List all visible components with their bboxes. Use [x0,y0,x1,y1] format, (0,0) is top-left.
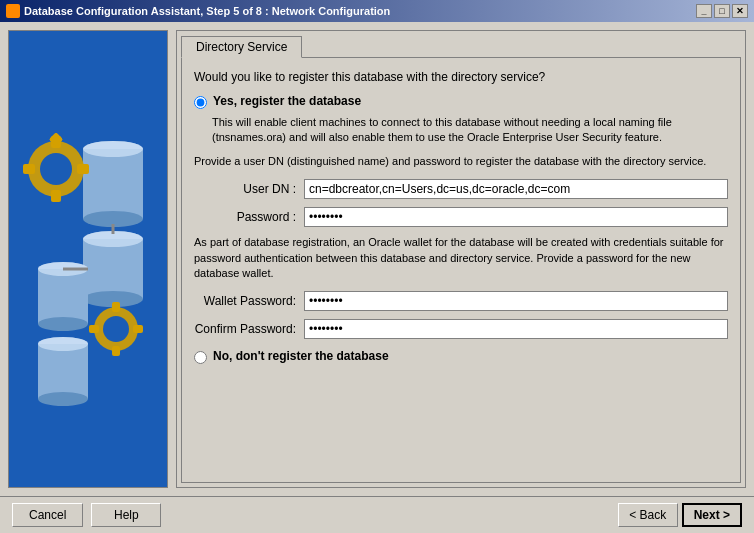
title-bar-left: Database Configuration Assistant, Step 5… [6,4,390,18]
svg-rect-29 [89,325,99,333]
bottom-bar: Cancel Help < Back Next > [0,496,754,533]
svg-point-15 [38,392,88,406]
left-panel [8,30,168,488]
svg-rect-21 [23,164,35,174]
user-dn-label: User DN : [194,182,304,196]
svg-rect-10 [38,269,88,324]
no-register-label[interactable]: No, don't register the database [213,349,389,363]
yes-register-option: Yes, register the database [194,94,728,109]
svg-point-26 [103,316,129,342]
password-input[interactable] [304,207,728,227]
user-dn-row: User DN : [194,179,728,199]
svg-rect-30 [133,325,143,333]
title-bar-text: Database Configuration Assistant, Step 5… [24,5,390,17]
yes-register-radio[interactable] [194,96,207,109]
next-button[interactable]: Next > [682,503,742,527]
tab-directory-service[interactable]: Directory Service [181,36,302,58]
content-area: Directory Service Would you like to regi… [0,22,754,496]
close-button[interactable]: ✕ [732,4,748,18]
tab-bar: Directory Service [177,31,745,57]
description-text-2: Provide a user DN (distinguished name) a… [194,154,728,169]
user-dn-input[interactable] [304,179,728,199]
svg-rect-14 [38,344,88,399]
svg-point-4 [83,141,143,157]
minimize-button[interactable]: _ [696,4,712,18]
confirm-password-input[interactable] [304,319,728,339]
confirm-password-row: Confirm Password: [194,319,728,339]
svg-rect-28 [112,346,120,356]
wallet-password-input[interactable] [304,291,728,311]
wallet-password-row: Wallet Password: [194,291,728,311]
tab-content: Would you like to register this database… [181,57,741,483]
section-question: Would you like to register this database… [194,70,728,84]
maximize-button[interactable]: □ [714,4,730,18]
svg-rect-20 [51,190,61,202]
right-panel: Directory Service Would you like to regi… [176,30,746,488]
wallet-password-label: Wallet Password: [194,294,304,308]
yes-register-label[interactable]: Yes, register the database [213,94,361,108]
no-register-option: No, don't register the database [194,349,728,364]
svg-rect-2 [83,149,143,219]
cancel-button[interactable]: Cancel [12,503,83,527]
svg-rect-22 [77,164,89,174]
svg-rect-6 [83,239,143,299]
title-bar: Database Configuration Assistant, Step 5… [0,0,754,22]
help-button[interactable]: Help [91,503,161,527]
svg-point-11 [38,317,88,331]
bottom-left-buttons: Cancel Help [12,503,161,527]
svg-point-16 [38,337,88,351]
bottom-right-buttons: < Back Next > [618,503,742,527]
svg-point-18 [40,153,72,185]
password-row: Password : [194,207,728,227]
title-bar-buttons[interactable]: _ □ ✕ [696,4,748,18]
main-window: Directory Service Would you like to regi… [0,22,754,533]
back-button[interactable]: < Back [618,503,678,527]
description-text-1: This will enable client machines to conn… [212,115,728,146]
svg-rect-27 [112,302,120,312]
illustration [18,69,158,449]
password-label: Password : [194,210,304,224]
no-register-radio[interactable] [194,351,207,364]
confirm-password-label: Confirm Password: [194,322,304,336]
app-icon [6,4,20,18]
wallet-description: As part of database registration, an Ora… [194,235,728,281]
